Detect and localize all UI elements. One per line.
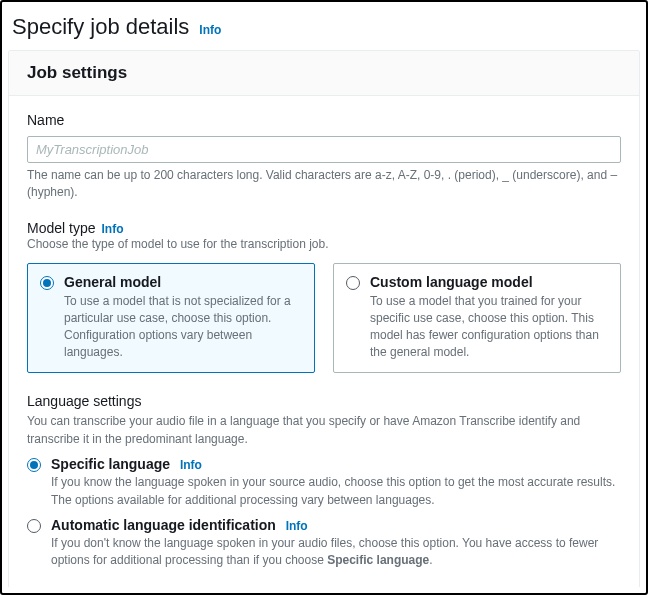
automatic-language-desc: If you don't know the language spoken in… <box>51 535 621 570</box>
page-title-info-link[interactable]: Info <box>199 23 221 37</box>
model-type-helper: Choose the type of model to use for the … <box>27 236 621 253</box>
model-type-header: Model type Info <box>27 220 621 236</box>
general-model-desc: To use a model that is not specialized f… <box>64 293 302 360</box>
automatic-language-radio[interactable] <box>27 519 41 533</box>
automatic-language-info-link[interactable]: Info <box>286 519 308 533</box>
specific-language-info-link[interactable]: Info <box>180 458 202 472</box>
model-type-info-link[interactable]: Info <box>101 222 123 236</box>
auto-desc-bold: Specific language <box>327 553 429 567</box>
page-header: Specify job details Info <box>8 8 640 50</box>
job-settings-panel-header: Job settings <box>9 51 639 96</box>
model-type-custom-tile[interactable]: Custom language model To use a model tha… <box>333 263 621 373</box>
job-settings-title: Job settings <box>27 63 621 83</box>
page-title: Specify job details <box>12 14 189 40</box>
specific-language-desc: If you know the language spoken in your … <box>51 474 621 509</box>
automatic-language-title: Automatic language identification <box>51 517 276 533</box>
radio-icon <box>40 276 54 290</box>
name-input[interactable] <box>27 136 621 163</box>
job-settings-panel: Job settings Name The name can be up to … <box>8 50 640 587</box>
radio-icon <box>346 276 360 290</box>
name-helper: The name can be up to 200 characters lon… <box>27 167 621 202</box>
specific-language-title: Specific language <box>51 456 170 472</box>
language-settings-helper: You can transcribe your audio file in a … <box>27 413 621 448</box>
model-type-general-tile[interactable]: General model To use a model that is not… <box>27 263 315 373</box>
auto-desc-suffix: . <box>429 553 432 567</box>
custom-model-title: Custom language model <box>370 274 608 290</box>
general-model-title: General model <box>64 274 302 290</box>
auto-desc-prefix: If you don't know the language spoken in… <box>51 536 598 567</box>
model-type-label: Model type <box>27 220 95 236</box>
name-label: Name <box>27 112 621 128</box>
language-settings-label: Language settings <box>27 393 621 409</box>
specific-language-radio[interactable] <box>27 458 41 472</box>
language-label: Language <box>27 586 621 587</box>
custom-model-desc: To use a model that you trained for your… <box>370 293 608 360</box>
